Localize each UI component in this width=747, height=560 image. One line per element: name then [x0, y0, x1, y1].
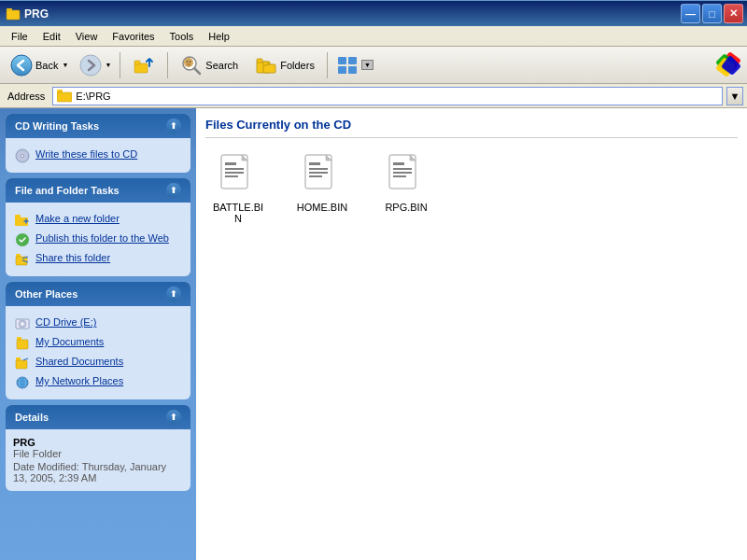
file-name-home: HOME.BIN — [297, 202, 347, 213]
address-input[interactable]: E:\PRG — [52, 87, 723, 105]
details-name: PRG — [13, 437, 183, 448]
view-dropdown[interactable]: ▼ — [361, 60, 374, 70]
publish-folder-link[interactable]: Publish this folder to the Web — [13, 230, 183, 249]
svg-rect-21 — [348, 66, 357, 74]
cd-writing-chevron: ⬆ — [166, 119, 181, 133]
cd-writing-section: CD Writing Tasks ⬆ Write these files to … — [6, 114, 190, 173]
svg-rect-39 — [17, 337, 21, 341]
details-chevron: ⬆ — [166, 410, 181, 425]
share-folder-label: Share this folder — [35, 251, 110, 264]
cd-drive-icon — [15, 316, 30, 331]
svg-point-27 — [21, 155, 23, 157]
menu-file[interactable]: File — [4, 29, 35, 44]
file-folder-title: File and Folder Tasks — [15, 185, 120, 196]
cd-writing-header[interactable]: CD Writing Tasks ⬆ — [6, 114, 190, 138]
folders-button[interactable]: Folders — [248, 50, 321, 80]
svg-point-13 — [187, 63, 190, 65]
cd-drive-label: CD Drive (E:) — [35, 315, 96, 329]
up-icon — [133, 54, 155, 77]
cd-writing-body: Write these files to CD — [6, 138, 190, 173]
svg-rect-38 — [17, 340, 28, 349]
files-title: Files Currently on the CD — [205, 118, 738, 138]
svg-rect-42 — [16, 357, 21, 361]
cd-icon — [15, 148, 30, 163]
new-folder-icon — [15, 213, 30, 228]
svg-rect-15 — [257, 59, 262, 63]
title-bar-left: PRG — [6, 7, 49, 21]
svg-point-11 — [187, 61, 189, 63]
file-folder-body: Make a new folder Publish this folder to… — [6, 203, 190, 276]
network-places-link[interactable]: My Network Places — [13, 372, 183, 392]
svg-rect-58 — [309, 162, 320, 165]
write-to-cd-link[interactable]: Write these files to CD — [13, 146, 183, 165]
svg-point-3 — [11, 55, 32, 76]
right-panel: Files Currently on the CD BATTLE.BIN — [196, 108, 747, 560]
cd-writing-title: CD Writing Tasks — [15, 120, 99, 132]
menu-bar: File Edit View Favorites Tools Help — [0, 26, 747, 47]
forward-dropdown[interactable]: ▼ — [105, 62, 111, 68]
svg-rect-60 — [393, 168, 412, 170]
file-item-battle-bin[interactable]: BATTLE.BIN — [205, 149, 271, 228]
shared-documents-label: Shared Documents — [35, 355, 123, 368]
file-item-rpg-bin[interactable]: RPG.BIN — [374, 149, 439, 228]
file-item-home-bin[interactable]: HOME.BIN — [289, 149, 355, 228]
network-icon — [15, 375, 30, 390]
toolbar-sep-1 — [120, 52, 120, 78]
svg-rect-51 — [225, 172, 244, 174]
address-path: E:\PRG — [76, 91, 110, 102]
search-button[interactable]: Search — [174, 50, 245, 80]
my-documents-icon — [15, 336, 30, 351]
my-documents-link[interactable]: My Documents — [13, 333, 183, 353]
svg-rect-18 — [338, 57, 346, 64]
view-button[interactable]: ▼ — [333, 50, 376, 80]
svg-rect-22 — [57, 92, 72, 102]
up-button[interactable] — [126, 50, 162, 80]
window-title: PRG — [24, 7, 49, 21]
svg-rect-50 — [225, 168, 244, 170]
network-places-label: My Network Places — [35, 374, 123, 387]
back-button[interactable]: Back ▼ — [6, 50, 73, 80]
address-dropdown-button[interactable]: ▼ — [726, 87, 743, 105]
minimize-button[interactable]: — — [681, 4, 700, 23]
view-icon — [336, 54, 359, 77]
menu-view[interactable]: View — [68, 29, 106, 44]
menu-help[interactable]: Help — [201, 29, 237, 44]
title-controls: — □ ✕ — [681, 4, 743, 23]
toolbar-sep-2 — [167, 52, 168, 78]
file-name-rpg: RPG.BIN — [385, 202, 427, 213]
publish-icon — [15, 232, 30, 247]
details-header[interactable]: Details ⬆ — [6, 405, 190, 429]
share-folder-link[interactable]: Share this folder — [13, 249, 183, 269]
menu-tools[interactable]: Tools — [162, 29, 202, 44]
window-icon — [6, 7, 21, 21]
menu-favorites[interactable]: Favorites — [105, 29, 162, 44]
svg-rect-20 — [338, 66, 346, 74]
left-panel: CD Writing Tasks ⬆ Write these files to … — [0, 108, 196, 560]
file-name-battle: BATTLE.BIN — [209, 202, 267, 224]
make-new-folder-label: Make a new folder — [35, 212, 120, 225]
close-button[interactable]: ✕ — [724, 4, 743, 23]
files-grid: BATTLE.BIN HOME.BIN — [205, 149, 738, 228]
menu-edit[interactable]: Edit — [35, 29, 68, 44]
search-label: Search — [205, 60, 238, 71]
other-places-chevron: ⬆ — [166, 287, 181, 301]
maximize-button[interactable]: □ — [702, 4, 722, 23]
back-dropdown[interactable]: ▼ — [62, 62, 68, 68]
toolbar-sep-3 — [327, 52, 328, 78]
svg-rect-61 — [393, 172, 412, 174]
other-places-header[interactable]: Other Places ⬆ — [6, 282, 190, 306]
shared-documents-icon — [15, 356, 30, 371]
svg-rect-19 — [348, 57, 357, 64]
details-date: Date Modified: Thursday, January 13, 200… — [13, 461, 183, 483]
search-icon — [180, 54, 203, 77]
svg-rect-33 — [16, 254, 21, 258]
publish-folder-label: Publish this folder to the Web — [35, 231, 169, 245]
shared-documents-link[interactable]: Shared Documents — [13, 353, 183, 372]
details-section: Details ⬆ PRG File Folder Date Modified:… — [6, 405, 190, 491]
file-folder-header[interactable]: File and Folder Tasks ⬆ — [6, 178, 190, 203]
make-new-folder-link[interactable]: Make a new folder — [13, 210, 183, 230]
svg-point-4 — [80, 55, 101, 76]
forward-button[interactable]: ▼ — [77, 50, 114, 80]
address-bar: Address E:\PRG ▼ — [0, 84, 747, 108]
cd-drive-link[interactable]: CD Drive (E:) — [13, 314, 183, 333]
